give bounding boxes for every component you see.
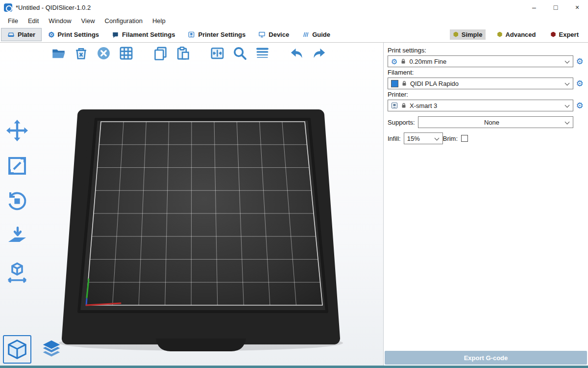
mode-advanced[interactable]: Advanced <box>493 29 539 40</box>
preview-view-button[interactable] <box>37 335 66 364</box>
tab-plater[interactable]: Plater <box>1 28 42 41</box>
search-button[interactable] <box>230 43 249 63</box>
move-tool-button[interactable] <box>3 116 31 145</box>
mode-label: Expert <box>559 31 579 38</box>
tab-bar: Plater ⚙ Print Settings Filament Setting… <box>0 26 588 43</box>
chevron-down-icon <box>565 103 570 108</box>
chevron-down-icon <box>565 120 570 125</box>
export-gcode-button[interactable]: Export G-code <box>385 351 587 365</box>
place-on-face-tool-button[interactable] <box>3 222 31 251</box>
filament-combo[interactable]: QIDI PLA Rapido <box>388 78 573 89</box>
place-on-face-icon <box>5 225 29 248</box>
print-settings-value: 0.20mm Fine <box>409 58 446 65</box>
printer-value: X-smart 3 <box>410 102 437 109</box>
scale-tool-button[interactable] <box>3 152 31 180</box>
mode-selector: Simple Advanced Expert <box>450 29 588 40</box>
tab-filament-settings[interactable]: Filament Settings <box>105 28 181 41</box>
printer-edit-button[interactable]: ⚙ <box>575 102 584 110</box>
delete-button[interactable] <box>72 43 90 63</box>
object-tools <box>3 116 31 286</box>
variable-layer-height-button[interactable] <box>253 43 271 63</box>
search-icon <box>232 46 247 61</box>
gear-icon: ⚙ <box>391 58 397 65</box>
window-controls: – □ × <box>523 0 588 15</box>
move-icon <box>5 119 29 142</box>
close-button[interactable]: × <box>566 0 588 15</box>
supports-label: Supports: <box>388 119 418 126</box>
menu-help[interactable]: Help <box>147 16 171 26</box>
filament-label: Filament: <box>388 69 584 76</box>
rotate-icon <box>5 189 29 213</box>
infill-value: 15% <box>407 135 420 142</box>
chevron-down-icon <box>434 136 439 141</box>
editor-view-button[interactable] <box>3 335 31 364</box>
layers-lines-icon <box>255 46 270 61</box>
tab-label: Plater <box>18 31 35 38</box>
tab-label: Device <box>269 31 289 38</box>
mirror-tool-button[interactable] <box>3 258 31 286</box>
mode-label: Advanced <box>505 31 536 38</box>
print-settings-combo[interactable]: ⚙ 0.20mm Fine <box>388 55 573 67</box>
plater-toolbar <box>49 43 328 63</box>
menu-configuration[interactable]: Configuration <box>100 16 147 26</box>
device-monitor-icon <box>258 31 266 38</box>
print-settings-edit-button[interactable]: ⚙ <box>575 57 584 66</box>
paste-button[interactable] <box>173 43 192 63</box>
open-folder-icon <box>51 46 66 61</box>
mirror-icon <box>5 260 29 284</box>
lock-icon <box>401 103 407 108</box>
menu-bar: File Edit Window View Configuration Help <box>0 15 588 26</box>
split-arrows-icon <box>210 46 225 61</box>
tab-guide[interactable]: Guide <box>295 28 337 41</box>
advanced-mode-icon <box>497 32 502 37</box>
tab-device[interactable]: Device <box>252 28 295 41</box>
chevron-down-icon <box>565 59 570 64</box>
chevron-down-icon <box>565 81 570 86</box>
printer-label: Printer: <box>388 91 584 98</box>
infill-combo[interactable]: 15% <box>404 132 443 144</box>
delete-all-icon <box>96 46 111 61</box>
rotate-tool-button[interactable] <box>3 187 31 215</box>
tab-printer-settings[interactable]: Printer Settings <box>181 28 252 41</box>
menu-edit[interactable]: Edit <box>23 16 44 26</box>
arrange-grid-icon <box>119 46 134 61</box>
delete-all-button[interactable] <box>94 43 113 63</box>
settings-sidebar: Print settings: ⚙ 0.20mm Fine ⚙ Filament… <box>384 43 588 366</box>
mode-simple[interactable]: Simple <box>450 29 486 40</box>
mode-expert[interactable]: Expert <box>547 29 582 40</box>
viewport-3d[interactable] <box>0 43 384 366</box>
expert-mode-icon <box>551 32 556 37</box>
supports-combo[interactable]: None <box>418 116 573 128</box>
simple-mode-icon <box>453 32 459 37</box>
undo-button[interactable] <box>287 43 306 63</box>
copy-icon <box>153 46 168 61</box>
lock-icon <box>401 80 407 86</box>
copy-button[interactable] <box>151 43 170 63</box>
paste-icon <box>175 46 191 61</box>
menu-view[interactable]: View <box>76 16 100 26</box>
print-settings-label: Print settings: <box>388 47 584 54</box>
redo-button[interactable] <box>310 43 328 63</box>
printer-combo[interactable]: X-smart 3 <box>388 100 573 111</box>
filament-edit-button[interactable]: ⚙ <box>575 79 584 88</box>
delete-trash-icon <box>74 46 89 61</box>
filament-icon <box>112 31 119 38</box>
lock-icon <box>400 58 406 64</box>
tab-print-settings[interactable]: ⚙ Print Settings <box>42 28 105 41</box>
open-file-button[interactable] <box>49 43 68 63</box>
maximize-button[interactable]: □ <box>545 0 566 15</box>
brim-checkbox[interactable] <box>461 135 468 142</box>
scale-icon <box>5 154 29 178</box>
title-bar: *Untitled - QIDISlicer-1.0.2 – □ × <box>0 0 588 15</box>
window-title: *Untitled - QIDISlicer-1.0.2 <box>16 4 91 11</box>
menu-window[interactable]: Window <box>44 16 76 26</box>
filament-value: QIDI PLA Rapido <box>410 80 459 87</box>
view-mode-switch <box>3 335 66 364</box>
printer-icon <box>391 102 398 109</box>
minimize-button[interactable]: – <box>523 0 545 15</box>
split-button[interactable] <box>208 43 226 63</box>
bottom-status-strip <box>0 366 588 368</box>
app-logo-icon <box>4 3 12 12</box>
arrange-button[interactable] <box>117 43 135 63</box>
menu-file[interactable]: File <box>3 16 23 26</box>
